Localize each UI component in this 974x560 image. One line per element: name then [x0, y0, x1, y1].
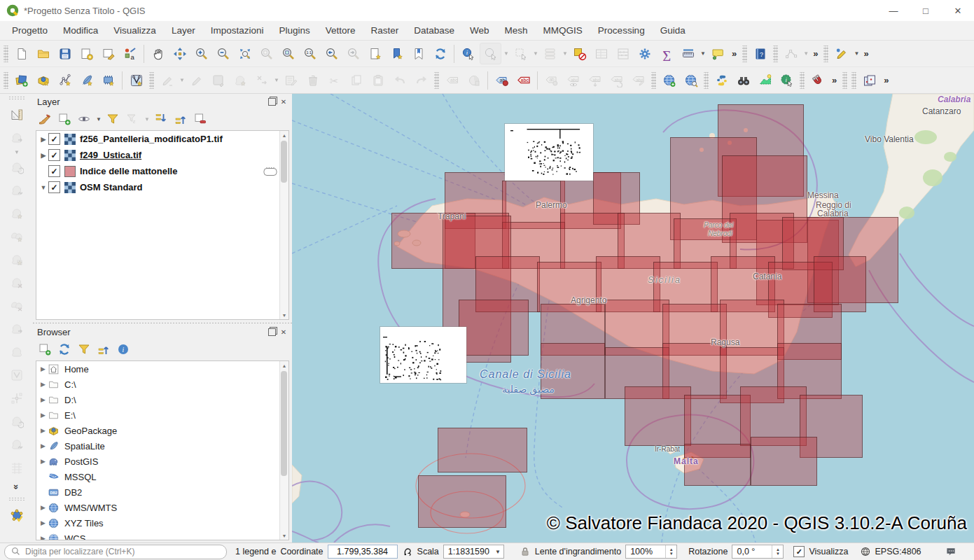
- browser-item-wms-wmts[interactable]: ▶WMS/WMTS: [36, 500, 288, 515]
- expander-icon[interactable]: ▶: [39, 458, 48, 465]
- menu-impostazioni[interactable]: Impostazioni: [203, 23, 272, 38]
- magnifier-spinner[interactable]: 100% ▲▼: [625, 545, 677, 559]
- snapping-toggle-icon[interactable]: [807, 70, 828, 90]
- zoom-to-layer-icon[interactable]: [278, 43, 298, 64]
- render-checkbox[interactable]: ✓: [793, 546, 805, 557]
- add-selected-layers-icon[interactable]: [36, 341, 53, 358]
- vertex-tool-icon[interactable]: [781, 43, 801, 64]
- new-spatialite-layer-icon[interactable]: [76, 70, 97, 90]
- snapping-overflow-button[interactable]: »: [860, 48, 872, 59]
- browser-item-e-[interactable]: ▶E:\: [36, 407, 288, 423]
- rotation-spinner[interactable]: 0,0 ° ▲▼: [732, 545, 784, 559]
- browser-tree-scrollbar[interactable]: ▲▼: [279, 361, 288, 540]
- expander-icon[interactable]: ▶: [39, 427, 48, 434]
- merge-features-icon[interactable]: [6, 411, 27, 431]
- rotate-feature-icon[interactable]: [6, 157, 27, 177]
- messages-icon[interactable]: [945, 546, 956, 557]
- pin-unpin-labels-icon[interactable]: ab: [541, 70, 562, 90]
- menu-vettore[interactable]: Vettore: [318, 23, 363, 38]
- rotate-label-icon[interactable]: abc: [606, 70, 627, 90]
- menu-progetto[interactable]: Progetto: [4, 23, 55, 38]
- measure-line-dropdown-icon[interactable]: ▼: [700, 50, 707, 57]
- open-data-source-manager-icon[interactable]: [11, 70, 32, 90]
- refresh-browser-icon[interactable]: [56, 341, 73, 358]
- expand-all-icon[interactable]: [153, 111, 169, 127]
- simplify-feature-icon[interactable]: [6, 180, 27, 200]
- menu-processing[interactable]: Processing: [590, 23, 653, 38]
- menu-database[interactable]: Database: [406, 23, 462, 38]
- expander-icon[interactable]: ▶: [39, 381, 48, 388]
- browser-item-spatialite[interactable]: ▶SpatiaLite: [36, 438, 288, 454]
- save-project-icon[interactable]: [55, 43, 75, 64]
- expander-icon[interactable]: ▶: [39, 365, 48, 372]
- copy-features-icon[interactable]: [346, 70, 366, 90]
- toggle-extents-icon[interactable]: [402, 546, 413, 557]
- add-feature-icon[interactable]: [230, 70, 250, 90]
- browser-item-c-[interactable]: ▶C:\: [36, 377, 288, 392]
- add-part-icon[interactable]: [6, 226, 27, 246]
- expander-icon[interactable]: ▶: [39, 396, 48, 403]
- locator-search-input[interactable]: Digita per localizzare (Ctrl+K): [4, 545, 227, 559]
- browser-panel-float-icon[interactable]: [267, 328, 276, 337]
- advanced-digitizing-panel-icon[interactable]: [6, 104, 27, 125]
- close-button[interactable]: ✕: [942, 1, 974, 21]
- zoom-last-icon[interactable]: [321, 43, 342, 64]
- layer-panel-close-icon[interactable]: ✕: [279, 98, 288, 106]
- redo-icon[interactable]: [411, 70, 431, 90]
- python-console-icon[interactable]: [711, 70, 732, 90]
- remove-layer-icon[interactable]: [192, 111, 209, 127]
- cut-features-icon[interactable]: ✂: [324, 70, 345, 90]
- show-layout-manager-icon[interactable]: [98, 43, 118, 64]
- new-shapefile-layer-icon[interactable]: [55, 70, 75, 90]
- show-hide-labels-icon[interactable]: abc: [563, 70, 583, 90]
- menu-web[interactable]: Web: [462, 23, 497, 38]
- raster-overflow-button[interactable]: »: [880, 75, 892, 85]
- vertex-tool-dropdown-icon[interactable]: ▼: [802, 50, 809, 57]
- delete-part-icon[interactable]: [6, 295, 27, 316]
- select-features-by-value-icon[interactable]: [480, 43, 501, 64]
- layer-row-3[interactable]: ▼✓OSM Standard: [36, 179, 288, 195]
- browser-item-db2[interactable]: DB2DB2: [36, 484, 288, 500]
- layer-row-1[interactable]: ▶✓f249_Ustica.tif: [36, 147, 288, 163]
- zoom-native-icon[interactable]: 1:1: [300, 43, 320, 64]
- add-group-icon[interactable]: [56, 111, 73, 127]
- open-layer-styling-icon[interactable]: [36, 111, 53, 127]
- expander-icon[interactable]: ▶: [39, 412, 48, 419]
- reshape-features-icon[interactable]: [6, 342, 27, 362]
- properties-widget-icon[interactable]: i: [115, 341, 132, 358]
- menu-layer[interactable]: Layer: [164, 23, 203, 38]
- search-plugins-icon[interactable]: [733, 70, 753, 90]
- menu-mesh[interactable]: Mesh: [497, 23, 536, 38]
- statistical-summary-icon[interactable]: ∑: [656, 43, 676, 64]
- layer-visibility-checkbox[interactable]: ✓: [48, 165, 60, 177]
- rotate-point-symbols-icon[interactable]: [6, 434, 27, 454]
- browser-item-geopackage[interactable]: ▶GeoPackage: [36, 423, 288, 438]
- layer-visibility-checkbox[interactable]: ✓: [48, 149, 60, 161]
- select-by-form-dropdown-icon[interactable]: ▼: [562, 50, 569, 57]
- layer-visibility-checkbox[interactable]: ✓: [48, 133, 60, 145]
- digitize-shape-icon[interactable]: [755, 70, 775, 90]
- move-feature-tool-icon[interactable]: [6, 127, 27, 148]
- filter-by-expression-dropdown-icon[interactable]: ▼: [144, 116, 151, 122]
- layer-diagram-options-icon[interactable]: [464, 70, 484, 90]
- layer-labeling-options-icon[interactable]: abc: [442, 70, 462, 90]
- undo-icon[interactable]: [389, 70, 410, 90]
- layer-panel-float-icon[interactable]: [267, 98, 276, 106]
- expander-icon[interactable]: ▶: [39, 535, 48, 540]
- new-virtual-layer-icon[interactable]: [98, 70, 118, 90]
- expander-icon[interactable]: ▶: [39, 136, 48, 143]
- raster-tools-icon[interactable]: [859, 70, 879, 90]
- crs-globe-icon[interactable]: [860, 546, 871, 557]
- browser-panel-close-icon[interactable]: ✕: [279, 328, 288, 337]
- zoom-full-icon[interactable]: [235, 43, 255, 64]
- move-feature-dropdown-icon[interactable]: ▼: [273, 77, 280, 83]
- select-by-form-icon[interactable]: [540, 43, 560, 64]
- filter-by-expression-icon[interactable]: ε: [124, 111, 141, 127]
- lock-scale-icon[interactable]: [520, 546, 531, 557]
- highlight-pinned-labels-icon[interactable]: abc: [513, 70, 534, 90]
- expander-icon[interactable]: ▶: [39, 152, 48, 159]
- manage-map-themes-icon[interactable]: [76, 111, 92, 127]
- expander-icon[interactable]: ▶: [39, 504, 48, 511]
- map-tips-icon[interactable]: [707, 43, 728, 64]
- new-project-icon[interactable]: [11, 43, 32, 64]
